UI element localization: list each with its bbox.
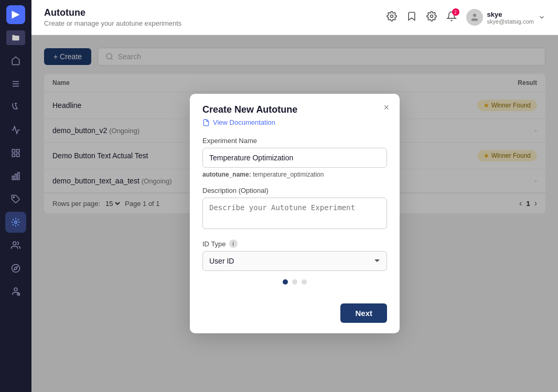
svg-point-10 — [13, 197, 14, 198]
svg-point-18 — [390, 15, 393, 18]
experiment-name-input[interactable] — [202, 148, 387, 168]
create-autotune-modal: Create New Autotune View Documentation ×… — [190, 94, 400, 333]
step-dot-2 — [292, 279, 297, 285]
page-header: Autotune Create or manage your autotune … — [31, 0, 558, 35]
user-email: skye@statsig.com — [487, 18, 534, 25]
modal-close-button[interactable]: × — [383, 102, 389, 113]
experiment-name-group: Experiment Name autotune_name: temperatu… — [202, 137, 387, 178]
gear-icon[interactable] — [387, 11, 397, 24]
svg-rect-6 — [17, 154, 19, 157]
sidebar-item-folder[interactable] — [6, 30, 25, 45]
bookmark-icon[interactable] — [406, 11, 417, 24]
svg-point-20 — [473, 14, 476, 17]
description-group: Description (Optional) — [202, 187, 387, 231]
sidebar-item-home[interactable] — [5, 50, 26, 71]
id-type-select[interactable]: User ID Stable ID Custom ID — [202, 251, 387, 271]
svg-rect-9 — [18, 172, 19, 180]
notification-badge: 2 — [452, 8, 459, 16]
svg-point-19 — [430, 15, 433, 18]
experiment-name-label: Experiment Name — [202, 137, 387, 145]
autotune-name-hint: autotune_name: temperature_optimization — [202, 171, 387, 178]
header-title-group: Autotune Create or manage your autotune … — [44, 7, 181, 27]
content-area: + Create Name Result Headline ★ Winner F… — [31, 35, 558, 392]
id-type-info-icon[interactable]: i — [229, 239, 238, 248]
sidebar-item-chart-line[interactable] — [5, 119, 26, 140]
user-name: skye — [487, 10, 534, 18]
id-type-group: ID Type i User ID Stable ID Custom ID — [202, 239, 387, 271]
sidebar-item-tag[interactable] — [5, 189, 26, 210]
svg-point-13 — [12, 265, 20, 273]
description-input[interactable] — [202, 198, 387, 229]
sidebar-item-compass[interactable] — [5, 258, 26, 279]
svg-rect-4 — [17, 149, 19, 152]
sidebar-item-users[interactable] — [5, 235, 26, 256]
header-actions: 2 skye skye@statsig.com — [387, 9, 545, 26]
doc-link-label: View Documentation — [213, 118, 275, 126]
svg-rect-7 — [12, 176, 14, 180]
user-menu[interactable]: skye skye@statsig.com — [466, 9, 545, 26]
svg-point-12 — [13, 242, 16, 245]
step-dot-1 — [283, 279, 288, 285]
svg-rect-5 — [12, 154, 15, 157]
next-button[interactable]: Next — [340, 303, 387, 323]
svg-rect-3 — [12, 149, 15, 152]
svg-marker-14 — [14, 267, 17, 270]
chevron-down-icon — [538, 14, 545, 21]
step-dot-3 — [302, 279, 307, 285]
sidebar-item-sliders[interactable] — [5, 73, 26, 94]
id-type-label: ID Type — [202, 240, 226, 248]
sidebar-item-autotune[interactable] — [5, 212, 26, 233]
step-indicator — [202, 279, 387, 285]
modal-header: Create New Autotune View Documentation × — [190, 94, 400, 126]
svg-point-15 — [14, 288, 17, 291]
autotune-name-prefix: autotune_name: — [202, 171, 251, 178]
sidebar-item-beaker[interactable] — [5, 96, 26, 117]
modal-overlay: Create New Autotune View Documentation ×… — [31, 35, 558, 392]
sidebar-item-bar-chart[interactable] — [5, 166, 26, 187]
autotune-name-value: temperature_optimization — [253, 171, 324, 178]
svg-line-17 — [19, 295, 20, 296]
id-type-label-group: ID Type i — [202, 239, 387, 248]
modal-footer: Next — [190, 295, 400, 333]
avatar — [466, 9, 483, 26]
modal-body: Experiment Name autotune_name: temperatu… — [190, 126, 400, 295]
sidebar-item-user-search[interactable] — [5, 281, 26, 302]
settings-icon[interactable] — [426, 11, 437, 24]
user-details: skye skye@statsig.com — [487, 10, 534, 25]
view-documentation-link[interactable]: View Documentation — [202, 118, 387, 126]
svg-point-11 — [15, 221, 17, 224]
notification-bell-icon[interactable]: 2 — [446, 11, 457, 24]
page-title: Autotune — [44, 7, 181, 18]
document-icon — [202, 119, 210, 126]
svg-rect-8 — [15, 174, 17, 180]
page-subtitle: Create or manage your autotune experimen… — [44, 19, 181, 27]
main-panel: Autotune Create or manage your autotune … — [31, 0, 558, 392]
sidebar — [0, 0, 31, 392]
app-logo[interactable] — [6, 5, 25, 24]
sidebar-item-grid[interactable] — [5, 143, 26, 164]
description-label: Description (Optional) — [202, 187, 387, 194]
modal-title: Create New Autotune — [202, 104, 387, 115]
